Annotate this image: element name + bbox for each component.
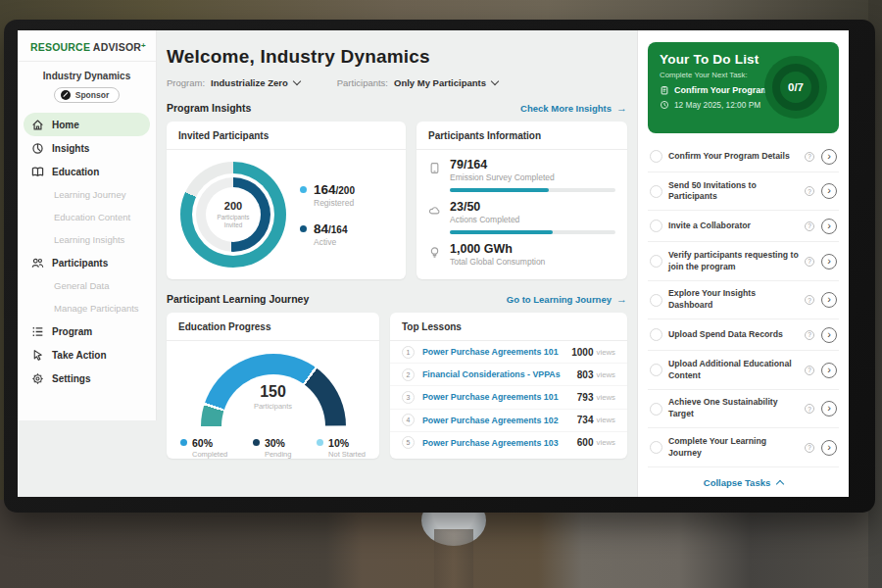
lesson-rank: 5 (402, 436, 415, 449)
sidebar-item-home[interactable]: Home (24, 113, 150, 136)
help-icon[interactable]: ? (805, 221, 814, 231)
collapse-tasks-label: Collapse Tasks (704, 477, 770, 488)
task-checkbox[interactable] (650, 150, 662, 163)
help-icon[interactable]: ? (805, 443, 814, 453)
legend-value-main: 164 (314, 182, 336, 197)
task-checkbox[interactable] (650, 294, 662, 307)
lesson-row[interactable]: 2Financial Considerations - VPPAs803view… (390, 364, 627, 386)
top-lessons-list: 1Power Purchase Agreements 1011000views2… (390, 341, 627, 454)
participants-info-card: Participants Information 79/164Emission … (416, 122, 627, 279)
chevron-right-button[interactable] (821, 149, 837, 165)
legend-value: 30% (265, 437, 292, 449)
chevron-right-button[interactable] (821, 327, 837, 343)
stat-value: 1,000 GWh (450, 242, 615, 256)
lesson-views: 734 (577, 415, 594, 425)
sidebar-item-education-content[interactable]: Education Content (24, 206, 150, 228)
todo-task-list: Confirm Your Program Details?Send 50 Inv… (648, 141, 839, 467)
chevron-up-icon (776, 480, 784, 488)
sidebar-item-settings[interactable]: Settings (24, 367, 150, 390)
sidebar-item-label: Settings (52, 373, 90, 384)
task-checkbox[interactable] (650, 328, 662, 341)
task-confirm-your-program-details[interactable]: Confirm Your Program Details? (648, 141, 839, 172)
chevron-right-button[interactable] (821, 401, 837, 416)
lesson-title-link[interactable]: Financial Considerations - VPPAs (422, 369, 577, 379)
task-label: Verify participants requesting to join t… (662, 250, 805, 272)
help-icon[interactable]: ? (805, 186, 814, 196)
sidebar-item-take-action[interactable]: Take Action (24, 343, 150, 367)
chevron-right-button[interactable] (821, 254, 837, 270)
stat-value: 23/50 (450, 200, 615, 214)
chevron-right-button[interactable] (821, 440, 837, 456)
sidebar-item-manage-participants[interactable]: Manage Participants (24, 297, 150, 319)
legend-text: 30%Pending (265, 437, 292, 459)
participants-icon (31, 257, 44, 270)
lesson-title-link[interactable]: Power Purchase Agreements 103 (422, 438, 577, 448)
sidebar-item-insights[interactable]: Insights (24, 136, 150, 160)
task-verify-participants-requesting-to-join-the-program[interactable]: Verify participants requesting to join t… (648, 242, 839, 280)
help-icon[interactable]: ? (805, 330, 814, 340)
task-checkbox[interactable] (650, 220, 662, 232)
check-more-insights-link[interactable]: Check More Insights (520, 102, 627, 114)
legend-dot (180, 439, 187, 446)
lesson-title-link[interactable]: Power Purchase Agreements 101 (422, 392, 577, 402)
help-icon[interactable]: ? (805, 257, 814, 267)
sidebar-item-label: Insights (52, 143, 89, 154)
chevron-right-button[interactable] (821, 183, 837, 199)
task-upload-spend-data-records[interactable]: Upload Spend Data Records? (648, 319, 839, 351)
sidebar-item-label: Education Content (54, 212, 130, 222)
chevron-right-button[interactable] (821, 292, 837, 308)
app-logo: RESOURCE ADVISOR+ (18, 30, 156, 62)
stat-label: Actions Completed (450, 215, 615, 224)
participants-filter[interactable]: Participants: Only My Participants (337, 77, 498, 88)
stat-emission-survey-completed: 79/164Emission Survey Completed (416, 150, 627, 192)
task-checkbox[interactable] (650, 255, 662, 268)
task-label: Achieve One Sustainability Target (662, 397, 805, 419)
education-progress-title: Education Progress (167, 313, 379, 341)
sidebar-item-general-data[interactable]: General Data (24, 274, 150, 297)
page-title: Welcome, Industry Dynamics (167, 46, 627, 68)
help-icon[interactable]: ? (805, 366, 814, 375)
go-to-learning-journey-link[interactable]: Go to Learning Journey (507, 293, 627, 305)
sidebar-item-education[interactable]: Education (24, 160, 150, 183)
help-icon[interactable]: ? (805, 404, 814, 414)
task-checkbox[interactable] (650, 364, 662, 376)
task-checkbox[interactable] (650, 403, 662, 416)
learning-journey-header: Participant Learning Journey Go to Learn… (167, 293, 627, 305)
task-checkbox[interactable] (650, 441, 662, 454)
chevron-right-button[interactable] (821, 363, 837, 378)
legend-text: 10%Not Started (328, 437, 366, 459)
task-achieve-one-sustainability-target[interactable]: Achieve One Sustainability Target? (648, 390, 839, 428)
task-complete-your-learning-journey[interactable]: Complete Your Learning Journey? (648, 428, 839, 466)
lesson-row[interactable]: 4Power Purchase Agreements 102734views (390, 410, 627, 432)
lesson-title-link[interactable]: Power Purchase Agreements 102 (422, 416, 577, 425)
chevron-right-button[interactable] (821, 219, 837, 234)
stat-actions-completed: 23/50Actions Completed (416, 192, 627, 234)
help-icon[interactable]: ? (805, 295, 814, 305)
sidebar-item-learning-insights[interactable]: Learning Insights (24, 228, 150, 251)
lesson-row[interactable]: 3Power Purchase Agreements 101793views (390, 386, 627, 409)
task-label: Invite a Collaborator (662, 220, 805, 232)
sidebar-item-learning-journey[interactable]: Learning Journey (24, 183, 150, 206)
task-send-50-invitations-to-participants[interactable]: Send 50 Invitations to Participants? (648, 172, 839, 211)
stat-main: 23/50Actions Completed (450, 200, 615, 234)
sidebar-item-label: Education (52, 167, 99, 177)
invited-donut-chart: 200 Participants Invited (180, 162, 286, 268)
task-checkbox[interactable] (650, 185, 662, 198)
sidebar-item-program[interactable]: Program (24, 319, 150, 343)
task-label: Send 50 Invitations to Participants (662, 180, 805, 203)
task-explore-your-insights-dashboard[interactable]: Explore Your Insights Dashboard? (648, 281, 839, 319)
lesson-row[interactable]: 1Power Purchase Agreements 1011000views (390, 341, 627, 364)
invited-participants-body: 200 Participants Invited 164/200Register… (167, 150, 406, 268)
program-filter[interactable]: Program: Industrialize Zero (167, 77, 300, 88)
stat-total-global-consumption: 1,000 GWhTotal Global Consumption (416, 234, 627, 267)
filters-row: Program: Industrialize Zero Participants… (167, 77, 627, 88)
task-upload-additional-educational-content[interactable]: Upload Additional Educational Content? (648, 351, 839, 389)
top-lessons-title: Top Lessons (390, 313, 627, 341)
task-invite-a-collaborator[interactable]: Invite a Collaborator? (648, 211, 839, 242)
sidebar-item-participants[interactable]: Participants (24, 251, 150, 274)
collapse-tasks-link[interactable]: Collapse Tasks (648, 477, 839, 488)
lesson-title-link[interactable]: Power Purchase Agreements 101 (422, 347, 571, 357)
lesson-row[interactable]: 5Power Purchase Agreements 103600views (390, 432, 627, 454)
help-icon[interactable]: ? (805, 152, 814, 162)
sponsor-badge[interactable]: Sponsor (54, 87, 120, 103)
